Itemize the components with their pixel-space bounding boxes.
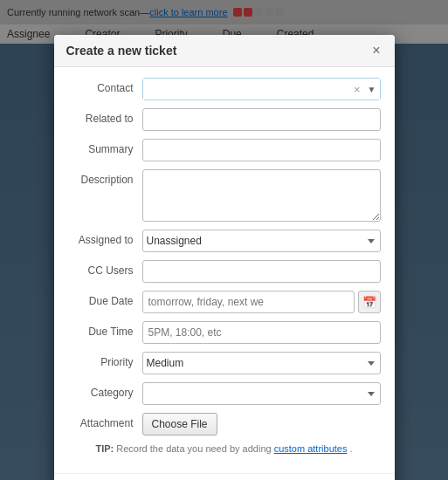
due-time-input[interactable]: [142, 321, 381, 344]
due-date-label: Due Date: [68, 291, 142, 307]
modal-footer: ? Save Cancel: [54, 473, 395, 480]
contact-dropdown-button[interactable]: ▼: [368, 85, 376, 94]
contact-label: Contact: [68, 78, 142, 94]
calendar-button[interactable]: 📅: [358, 291, 381, 313]
create-ticket-modal: Create a new ticket × Contact × ▼ Relate…: [54, 35, 395, 480]
contact-input-wrapper: × ▼: [142, 78, 381, 100]
description-textarea[interactable]: [142, 169, 381, 222]
tip-suffix: .: [350, 443, 353, 454]
description-label: Description: [68, 169, 142, 186]
due-time-label: Due Time: [68, 321, 142, 338]
related-to-label: Related to: [68, 108, 142, 125]
modal-close-button[interactable]: ×: [370, 44, 382, 58]
summary-row: Summary: [68, 139, 381, 161]
related-to-input[interactable]: [142, 108, 381, 131]
category-label: Category: [68, 382, 142, 399]
assigned-to-label: Assigned to: [68, 230, 142, 246]
choose-file-button[interactable]: Choose File: [142, 413, 217, 435]
summary-input[interactable]: [142, 139, 381, 161]
contact-input[interactable]: [143, 79, 380, 99]
due-date-row: Due Date 📅: [68, 291, 381, 313]
modal-header: Create a new ticket ×: [54, 35, 395, 67]
due-time-row: Due Time: [68, 321, 381, 344]
contact-clear-button[interactable]: ×: [354, 83, 361, 96]
assigned-to-row: Assigned to Unassigned Assigned 10: [68, 230, 381, 252]
category-row: Category: [68, 382, 381, 405]
cc-users-input[interactable]: [142, 260, 381, 283]
cc-users-row: CC Users: [68, 260, 381, 283]
attachment-row: Attachment Choose File: [68, 413, 381, 435]
priority-row: Priority Low Medium High Urgent: [68, 352, 381, 374]
due-date-input[interactable]: [142, 291, 355, 313]
priority-label: Priority: [68, 352, 142, 368]
attachment-label: Attachment: [68, 413, 142, 429]
description-row: Description: [68, 169, 381, 222]
modal-body: Contact × ▼ Related to Summary Descripti…: [54, 67, 395, 473]
summary-label: Summary: [68, 139, 142, 155]
category-select[interactable]: [142, 382, 381, 405]
cc-users-label: CC Users: [68, 260, 142, 277]
contact-row: Contact × ▼: [68, 78, 381, 100]
priority-select[interactable]: Low Medium High Urgent: [142, 352, 381, 374]
modal-overlay: Create a new ticket × Contact × ▼ Relate…: [0, 0, 448, 480]
tip-row: TIP: Record the data you need by adding …: [68, 443, 381, 454]
modal-title: Create a new ticket: [66, 44, 177, 58]
due-date-wrapper: 📅: [142, 291, 381, 313]
related-to-row: Related to: [68, 108, 381, 131]
calendar-icon: 📅: [362, 296, 376, 309]
assigned-to-select[interactable]: Unassigned Assigned 10: [142, 230, 381, 252]
tip-text: Record the data you need by adding: [116, 443, 273, 454]
tip-label: TIP:: [95, 443, 114, 454]
custom-attributes-link[interactable]: custom attributes: [274, 443, 348, 454]
